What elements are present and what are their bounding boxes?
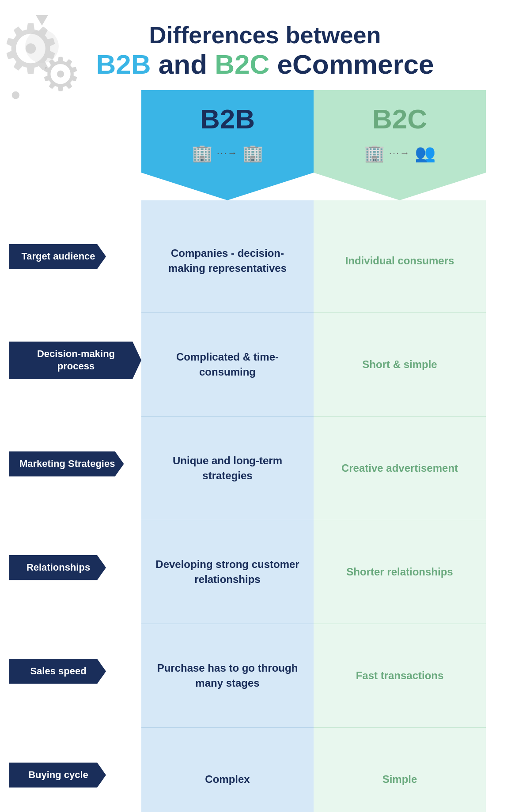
b2c-column: B2C 🏢 ···→ 👥 Individual consumers Short … <box>314 90 486 812</box>
label-badge-0: Target audience <box>9 244 106 269</box>
b2b-row-4: Purchase has to go through many stages <box>141 624 314 728</box>
main-content: Target audience Decision-making process … <box>0 90 530 812</box>
b2b-column: B2B 🏢 ···→ 🏢 Companies - decision-making… <box>141 90 314 812</box>
label-badge-2: Marketing Strategies <box>9 451 124 477</box>
header-line1: Differences between <box>9 22 521 48</box>
b2b-row-5: Complex <box>141 728 314 812</box>
ecommerce-label: eCommerce <box>277 49 434 79</box>
b2b-header-section: B2B 🏢 ···→ 🏢 <box>141 90 314 200</box>
b2c-row-5: Simple <box>314 728 486 812</box>
b2b-title: B2B <box>200 103 255 135</box>
label-badge-3: Relationships <box>9 555 106 580</box>
b2b-body: Companies - decision-making representati… <box>141 200 314 812</box>
b2c-header-section: B2C 🏢 ···→ 👥 <box>314 90 486 200</box>
b2c-row-1: Short & simple <box>314 313 486 417</box>
b2c-row-3: Shorter relationships <box>314 520 486 624</box>
b2b-row-3: Developing strong customer relationships <box>141 520 314 624</box>
header: Differences between B2B and B2C eCommerc… <box>0 0 530 90</box>
page: ⚙ ⚙ ⚙ Differences between B2B and B2C eC… <box>0 0 530 812</box>
label-badge-4: Sales speed <box>9 659 106 684</box>
b2c-arrow-icon: ···→ <box>389 147 410 159</box>
b2c-body: Individual consumers Short & simple Crea… <box>314 200 486 812</box>
b2c-building-icon: 🏢 <box>364 143 385 163</box>
b2c-row-2: Creative advertisement <box>314 417 486 520</box>
b2b-arrow-icon: ···→ <box>217 147 238 159</box>
b2c-icons: 🏢 ···→ 👥 <box>364 143 435 163</box>
and-label: and <box>159 49 207 79</box>
label-item-2: Marketing Strategies <box>9 412 141 516</box>
b2c-row-0: Individual consumers <box>314 209 486 313</box>
b2b-icons: 🏢 ···→ 🏢 <box>192 143 263 163</box>
b2b-header-label: B2B <box>96 49 151 79</box>
label-item-3: Relationships <box>9 516 141 620</box>
header-line2: B2B and B2C eCommerce <box>9 48 521 81</box>
b2c-title: B2C <box>372 103 427 135</box>
label-item-1: Decision-making process <box>9 308 141 412</box>
b2b-row-0: Companies - decision-making representati… <box>141 209 314 313</box>
label-badge-1: Decision-making process <box>9 342 141 379</box>
b2c-header-label: B2C <box>215 49 269 79</box>
b2b-building-left-icon: 🏢 <box>192 143 212 163</box>
label-item-5: Buying cycle <box>9 723 141 812</box>
b2b-row-1: Complicated & time-consuming <box>141 313 314 417</box>
b2c-people-icon: 👥 <box>415 143 435 163</box>
b2b-building-right-icon: 🏢 <box>242 143 263 163</box>
b2b-row-2: Unique and long-term strategies <box>141 417 314 520</box>
labels-column: Target audience Decision-making process … <box>0 90 141 812</box>
label-item-4: Sales speed <box>9 620 141 723</box>
label-badge-5: Buying cycle <box>9 763 106 788</box>
label-item-0: Target audience <box>9 205 141 308</box>
b2c-row-4: Fast transactions <box>314 624 486 728</box>
